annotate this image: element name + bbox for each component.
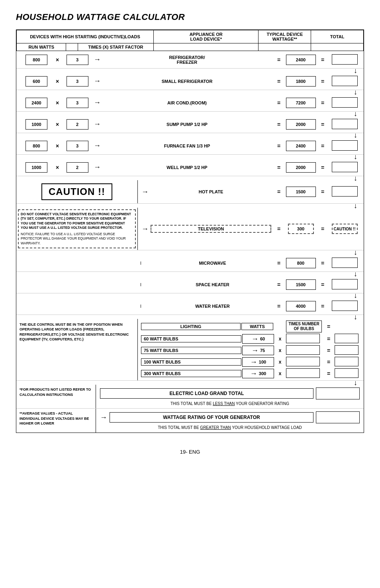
row3-times: × (53, 100, 61, 106)
row2-times: × (53, 78, 61, 85)
row1-total (329, 54, 360, 65)
wh-eq1: = (273, 303, 285, 309)
row1-eq2: = (317, 57, 329, 63)
lighting-eq-header: = (323, 323, 335, 330)
grand-total-note: THIS TOTAL MUST BE LESS THAN YOUR GENERA… (100, 401, 360, 406)
row3-wattage: 7200 (285, 98, 317, 108)
mw-wattage: 800 (285, 258, 317, 268)
wh-eq2: = (317, 303, 329, 309)
row2-eq2: = (317, 78, 329, 85)
row2-arrow: → (93, 77, 101, 85)
row3-run-watts: 2400 (20, 98, 53, 108)
hot-plate-total (329, 186, 360, 197)
tv-wattage: 300 (285, 224, 317, 234)
row3-label: AIR COND.(ROOM) (101, 100, 273, 105)
header-inductive: DEVICES WITH HIGH STARTING (INDUCTIVE)LO… (17, 30, 154, 43)
footnote1: *FOR PRODUCTS NOT LISTED REFER TO CALCUL… (16, 385, 96, 408)
light-row-60: 60 WATT BULBS → 60 x = (141, 334, 360, 344)
page-number: 19- ENG (16, 449, 364, 455)
row6-wattage: 2000 (285, 162, 317, 173)
lighting-col1-header: LIGHTING (141, 323, 241, 330)
row2-eq1: = (273, 78, 285, 85)
row1-label: REFRIGERATOR/FREEZER (101, 55, 273, 65)
caution-label-main: CAUTION !! (16, 180, 138, 203)
wh-label: WATER HEATER (152, 304, 273, 309)
row2-label: SMALL REFRIGERATOR (101, 79, 273, 84)
sh-label: SPACE HEATER (152, 282, 273, 287)
generator-label: WATTAGE RATING OF YOUR GENERATOR (110, 412, 313, 423)
row3-arrow: → (93, 98, 101, 107)
hot-plate-eq2: = (317, 189, 329, 195)
row6-run-watts: 1000 (20, 162, 53, 173)
row2-total (329, 76, 360, 87)
light-60-x: x (274, 336, 286, 342)
tv-arrow: → (141, 225, 149, 233)
row4-factor: 2 (61, 119, 93, 130)
light-row-100: 100 WATT BULBS → 100 x = (141, 357, 360, 367)
page-title: HOUSEHOLD WATTAGE CALCULATOR (16, 12, 364, 22)
row1-run-watts: 800 (20, 55, 53, 65)
light-row-300: 300 WATT BULBS → 300 x = (141, 368, 360, 379)
row5-arrow: → (93, 142, 101, 150)
lighting-col2-header: WATTS (241, 323, 273, 330)
row6-arrow: → (93, 163, 101, 171)
row3-total (329, 97, 360, 108)
sh-eq2: = (317, 281, 329, 288)
row1-wattage: 2400 (285, 55, 317, 65)
generator-box (316, 411, 360, 423)
row5-times: × (53, 143, 61, 149)
header-run-watts: RUN WATTS (17, 43, 66, 51)
lighting-col3-header: TIMES NUMBEROF BULBS (286, 321, 322, 332)
row4-arrow: → (93, 120, 101, 128)
row4-eq2: = (317, 121, 329, 128)
mw-total (329, 258, 360, 269)
row6-eq1: = (273, 164, 285, 171)
row3-factor: 3 (61, 98, 93, 108)
row6-total (329, 162, 360, 173)
row4-wattage: 2000 (285, 119, 317, 130)
row4-times: × (53, 121, 61, 128)
row5-eq1: = (273, 143, 285, 149)
hot-plate-arrow: → (141, 188, 149, 196)
row5-total (329, 140, 360, 151)
tv-eq1: = (273, 226, 285, 232)
row5-eq2: = (317, 143, 329, 149)
wh-left-spacer (20, 305, 141, 308)
row6-eq2: = (317, 164, 329, 171)
row6-label: WELL PUMP 1/2 HP (101, 165, 273, 170)
grand-total-box (316, 387, 360, 399)
grand-total-label: ELECTRIC LOAD GRAND TOTAL (100, 388, 313, 399)
header-wattage-sub (259, 43, 311, 51)
header-appliance: APPLIANCE ORLOAD DEVICE* (153, 30, 258, 43)
row2-wattage: 1800 (285, 76, 317, 87)
light-row-75: 75 WATT BULBS → 75 x = (141, 345, 360, 356)
row3-eq2: = (317, 100, 329, 106)
header-start-factor: TIMES (X) START FACTOR (78, 43, 153, 51)
mw-eq2: = (317, 260, 329, 266)
hot-plate-eq1: = (273, 189, 285, 195)
wh-wattage: 4000 (285, 301, 317, 311)
mw-label: MICROWAVE (152, 261, 273, 265)
row4-total (329, 119, 360, 130)
tv-label: TELEVISION (151, 225, 271, 233)
row4-label: SUMP PUMP 1/2 HP (101, 122, 273, 127)
header-typical: TYPICAL DEVICEWATTAGE** (259, 30, 311, 43)
row1-eq1: = (273, 57, 285, 63)
header-appliance-sub (153, 43, 258, 51)
tv-eq2: = (317, 226, 329, 232)
sh-left-spacer (20, 283, 141, 286)
light-60-eq: = (323, 336, 335, 342)
row1-times: × (53, 57, 61, 63)
tv-total: CAUTION !! (329, 224, 360, 234)
row4-eq1: = (273, 121, 285, 128)
hot-plate-wattage: 1500 (285, 187, 317, 197)
row2-factor: 3 (61, 76, 93, 87)
footnote2: **AVERAGE VALUES - ACTUAL INDIVIDUAL DEV… (16, 409, 96, 433)
row1-arrow: → (93, 55, 101, 64)
row6-factor: 2 (61, 162, 93, 173)
row5-wattage: 2400 (285, 141, 317, 151)
row6-times: × (53, 164, 61, 171)
row1-factor: 3 (61, 55, 93, 65)
row5-label: FURNACE FAN 1/3 HP (101, 144, 273, 148)
sh-eq1: = (273, 281, 285, 288)
